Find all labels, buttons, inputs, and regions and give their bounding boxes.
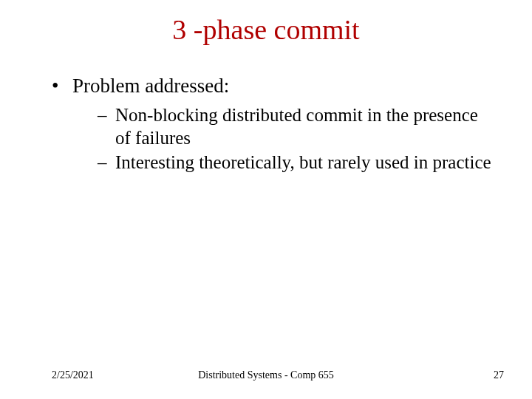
bullet-level1: Problem addressed: Non-blocking distribu…: [52, 74, 495, 174]
footer-center: Distributed Systems - Comp 655: [0, 369, 532, 381]
slide: 3 -phase commit Problem addressed: Non-b…: [0, 0, 532, 399]
footer-page-number: 27: [494, 369, 504, 381]
slide-body: Problem addressed: Non-blocking distribu…: [52, 74, 495, 179]
bullet-level2: Non-blocking distributed commit in the p…: [98, 103, 495, 150]
sub-bullet-group: Non-blocking distributed commit in the p…: [72, 103, 495, 174]
bullet-text: Non-blocking distributed commit in the p…: [115, 105, 478, 148]
bullet-level2: Interesting theoretically, but rarely us…: [98, 151, 495, 174]
bullet-text: Problem addressed:: [72, 75, 229, 97]
bullet-text: Interesting theoretically, but rarely us…: [115, 152, 491, 172]
slide-title: 3 -phase commit: [0, 13, 532, 46]
